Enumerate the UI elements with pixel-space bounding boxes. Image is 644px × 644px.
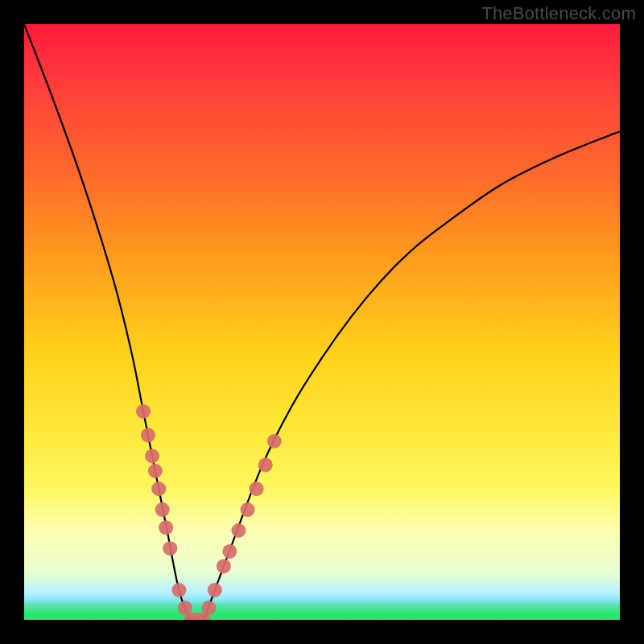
marker-dot (145, 449, 159, 464)
chart-frame: TheBottleneck.com (0, 0, 644, 644)
marker-dot (217, 559, 231, 573)
highlighted-points (136, 404, 282, 620)
marker-dot (163, 541, 177, 555)
watermark-text: TheBottleneck.com (481, 3, 636, 24)
marker-dot (148, 464, 163, 478)
marker-dot (184, 613, 198, 620)
marker-dot (267, 434, 282, 448)
bottleneck-curve (24, 24, 620, 620)
overlay-svg (24, 24, 620, 620)
curve-path (24, 24, 620, 620)
marker-dot (151, 481, 166, 496)
marker-dot (155, 502, 170, 517)
marker-dot (258, 458, 273, 473)
plot-area (24, 24, 620, 620)
marker-dot (136, 404, 151, 419)
marker-dot (201, 601, 216, 615)
marker-dot (231, 523, 246, 538)
marker-dot (141, 428, 155, 443)
marker-dot (241, 502, 255, 517)
marker-dot (196, 613, 210, 620)
marker-dot (250, 481, 264, 496)
marker-dot (208, 583, 222, 597)
marker-dot (171, 583, 186, 597)
marker-dot (178, 601, 192, 615)
marker-dot (190, 613, 204, 620)
marker-dot (159, 520, 173, 535)
marker-dot (222, 544, 237, 559)
